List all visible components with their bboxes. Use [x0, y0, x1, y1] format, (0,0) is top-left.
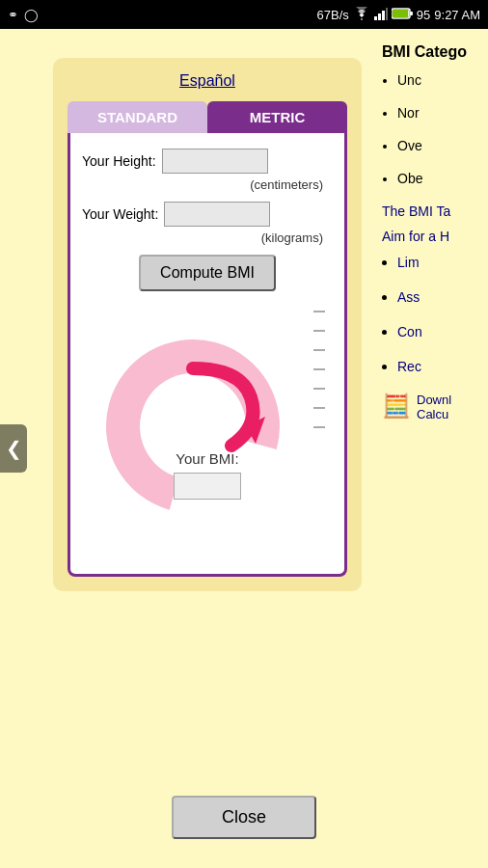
svg-rect-2 — [382, 11, 385, 20]
bmi-categories-list: Unc Nor Ove Obe — [382, 72, 488, 186]
height-label: Your Height: — [82, 153, 156, 169]
download-link[interactable]: Downl — [417, 393, 451, 407]
tabs-container: STANDARD METRIC — [68, 101, 347, 133]
status-right: 67B/s 95 9:2 — [317, 7, 480, 23]
con-link[interactable]: Con — [397, 324, 422, 339]
category-obese: Obe — [397, 171, 488, 186]
espanol-link[interactable]: Español — [179, 72, 235, 89]
aim-item-rec: Rec — [397, 358, 488, 375]
battery-level: 95 — [417, 8, 430, 22]
close-button[interactable]: Close — [172, 796, 316, 839]
main-content: ❮ Español STANDARD METRIC Your Height: (… — [0, 29, 488, 868]
left-chevron-icon: ❮ — [6, 437, 22, 460]
tick-2 — [313, 330, 325, 332]
svg-rect-3 — [386, 8, 388, 20]
tick-7 — [313, 426, 325, 428]
usb-icon: ⚭ — [8, 8, 18, 22]
tick-5 — [313, 388, 325, 390]
tick-1 — [313, 311, 325, 312]
svg-rect-7 — [393, 10, 408, 17]
bmi-panel: Español STANDARD METRIC Your Height: (ce… — [53, 58, 362, 591]
bmi-inner-box: Your Height: (centimeters) Your Weight: … — [68, 133, 347, 577]
aim-item-con: Con — [397, 323, 488, 340]
rec-link[interactable]: Rec — [397, 359, 421, 374]
tick-4 — [313, 368, 325, 370]
weight-row: Your Weight: — [82, 202, 333, 227]
height-row: Your Height: — [82, 149, 333, 174]
category-normal: Nor — [397, 105, 488, 121]
download-links: Downl Calcu — [417, 393, 451, 421]
calculator-icon: 🧮 — [382, 393, 411, 420]
compute-bmi-button[interactable]: Compute BMI — [139, 255, 276, 291]
left-arrow-button[interactable]: ❮ — [0, 424, 27, 473]
category-underweight: Unc — [397, 72, 488, 88]
tick-6 — [313, 407, 325, 409]
close-button-wrapper: Close — [172, 796, 316, 839]
clock: 9:27 AM — [434, 8, 480, 22]
bmi-gauge-area: Your BMI: — [82, 301, 333, 552]
weight-unit: (kilograms) — [82, 231, 333, 245]
bmi-categories-title: BMI Catego — [382, 43, 488, 61]
tick-marks — [313, 311, 325, 428]
battery-icon — [392, 8, 413, 22]
category-overweight: Ove — [397, 138, 488, 153]
ass-link[interactable]: Ass — [397, 289, 420, 305]
aim-items-list: Lim Ass Con Rec — [382, 254, 488, 375]
aim-link[interactable]: Aim for a H — [382, 229, 488, 244]
download-section: 🧮 Downl Calcu — [382, 393, 488, 421]
aim-item-lim: Lim — [397, 254, 488, 271]
svg-rect-0 — [374, 16, 377, 20]
bmi-result-input[interactable] — [175, 474, 240, 499]
status-left: ⚭ ◯ — [8, 8, 39, 22]
tick-3 — [313, 349, 325, 351]
weight-input[interactable] — [164, 202, 270, 227]
calculator-link[interactable]: Calcu — [417, 407, 451, 421]
lim-link[interactable]: Lim — [397, 255, 420, 270]
network-speed: 67B/s — [317, 8, 349, 22]
right-panel: BMI Catego Unc Nor Ove Obe The BMI Ta Ai… — [377, 29, 488, 762]
aim-item-ass: Ass — [397, 288, 488, 306]
signal-icon — [374, 7, 388, 23]
status-bar: ⚭ ◯ 67B/s — [0, 0, 488, 29]
height-input[interactable] — [162, 149, 268, 174]
bmi-result-label: Your BMI: — [176, 450, 238, 467]
wifi-icon — [353, 7, 370, 23]
bmi-result-box — [174, 473, 241, 500]
time-icon: ◯ — [24, 8, 39, 22]
language-link-container: Español — [68, 72, 347, 90]
tab-standard[interactable]: STANDARD — [68, 101, 207, 133]
tab-metric[interactable]: METRIC — [207, 101, 347, 133]
svg-rect-5 — [410, 12, 413, 15]
height-unit: (centimeters) — [82, 177, 333, 192]
weight-label: Your Weight: — [82, 206, 158, 222]
bmi-table-link[interactable]: The BMI Ta — [382, 203, 488, 219]
svg-rect-1 — [378, 14, 381, 20]
